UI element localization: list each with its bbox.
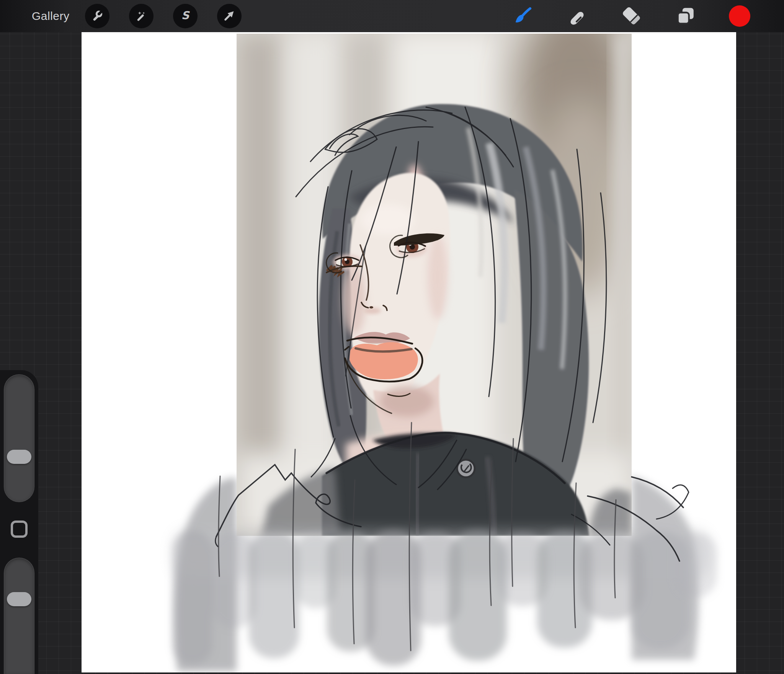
actions-button[interactable] xyxy=(85,4,109,28)
erase-tool-button[interactable] xyxy=(620,5,642,27)
transform-button[interactable] xyxy=(217,4,242,28)
top-toolbar: Gallery xyxy=(0,0,784,32)
layers-icon xyxy=(675,5,697,28)
svg-text:S: S xyxy=(181,9,190,22)
toolbar-right-group xyxy=(511,5,784,27)
artwork-portrait xyxy=(82,32,736,672)
color-swatch-button[interactable] xyxy=(729,5,750,27)
wrench-icon xyxy=(90,9,104,24)
gallery-button[interactable]: Gallery xyxy=(32,10,70,23)
paint-tool-button[interactable] xyxy=(511,5,534,27)
tool-sidebar xyxy=(0,370,38,674)
workspace-background xyxy=(0,32,784,674)
transform-arrow-icon xyxy=(222,9,236,24)
layers-button[interactable] xyxy=(675,5,697,27)
brush-size-slider[interactable] xyxy=(4,374,34,502)
procreate-app: Gallery xyxy=(0,0,784,674)
opacity-slider-handle[interactable] xyxy=(7,592,31,606)
smudge-tool-button[interactable] xyxy=(566,5,588,27)
magic-wand-icon xyxy=(134,9,148,24)
brush-size-slider-handle[interactable] xyxy=(7,450,31,464)
drawing-canvas[interactable] xyxy=(82,32,736,672)
opacity-slider[interactable] xyxy=(4,558,34,674)
eraser-icon xyxy=(620,5,642,28)
toolbar-left-group: Gallery xyxy=(0,4,261,28)
brush-icon xyxy=(511,5,534,28)
selection-s-icon: S xyxy=(178,9,192,24)
modify-button[interactable] xyxy=(11,521,28,538)
selection-button[interactable]: S xyxy=(173,4,198,28)
adjustments-button[interactable] xyxy=(129,4,154,28)
smudge-finger-icon xyxy=(566,5,588,28)
